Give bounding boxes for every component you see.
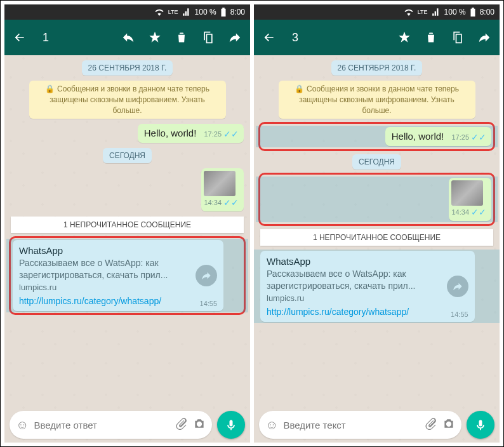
chat-body[interactable]: 26 СЕНТЯБРЯ 2018 Г. 🔒Сообщения и звонки …: [254, 55, 500, 407]
unread-banner: 1 НЕПРОЧИТАННОЕ СООБЩЕНИЕ: [260, 229, 493, 246]
status-bar: LTE 100 % 8:00: [4, 4, 250, 20]
date-chip: 26 СЕНТЯБРЯ 2018 Г.: [82, 60, 173, 76]
status-bar: LTE 100 % 8:00: [254, 4, 500, 20]
link-url[interactable]: http://lumpics.ru/category/whatsapp/: [19, 296, 217, 306]
message-time: 17:25: [204, 130, 222, 138]
copy-button[interactable]: [450, 30, 465, 45]
camera-button[interactable]: [193, 417, 206, 432]
message-row-selected[interactable]: 14:34✓✓: [256, 177, 498, 222]
highlight-annotation: 14:34✓✓: [258, 173, 495, 226]
mic-button[interactable]: [467, 411, 494, 439]
chat-body[interactable]: 26 СЕНТЯБРЯ 2018 Г. 🔒Сообщения и звонки …: [4, 55, 250, 407]
wifi-icon: [404, 8, 414, 16]
link-domain: lumpics.ru: [19, 283, 217, 292]
battery-icon: [470, 8, 476, 17]
link-domain: lumpics.ru: [267, 293, 468, 303]
message-bubble[interactable]: Hello, world! 17:25✓✓: [385, 127, 491, 146]
forward-button[interactable]: [477, 30, 492, 45]
message-time: 17:25: [451, 133, 469, 141]
image-bubble[interactable]: 14:34✓✓: [201, 168, 244, 211]
signal-icon: [182, 8, 191, 16]
action-bar: 1: [4, 20, 250, 55]
delete-button[interactable]: [423, 30, 439, 45]
back-button[interactable]: [12, 30, 27, 45]
image-thumbnail[interactable]: [451, 180, 483, 206]
forward-button[interactable]: [227, 30, 242, 45]
selection-count: 3: [292, 31, 298, 44]
phone-right: LTE 100 % 8:00 3 26 СЕНТЯБРЯ 2018 Г. 🔒Со…: [254, 4, 500, 443]
message-row-selected[interactable]: WhatsApp Рассказываем все о WatsApp: как…: [13, 240, 242, 310]
forward-quick-button[interactable]: [196, 265, 217, 286]
attach-button[interactable]: [425, 417, 437, 432]
lte-label: LTE: [418, 9, 428, 15]
input-bar: ☺: [254, 407, 500, 443]
message-time: 14:55: [200, 300, 218, 307]
message-row-selected[interactable]: Hello, world! 17:25✓✓: [256, 126, 498, 147]
delete-button[interactable]: [174, 30, 189, 45]
star-button[interactable]: [397, 30, 412, 45]
message-time: 14:55: [451, 310, 468, 318]
today-chip: СЕГОДНЯ: [352, 154, 401, 170]
message-row[interactable]: Hello, world! 17:25✓✓: [11, 124, 244, 143]
encryption-notice[interactable]: 🔒Сообщения и звонки в данном чате теперь…: [279, 81, 475, 119]
emoji-button[interactable]: ☺: [265, 418, 278, 432]
read-ticks-icon: ✓✓: [223, 197, 239, 208]
wifi-icon: [154, 8, 164, 16]
encryption-notice[interactable]: 🔒Сообщения и звонки в данном чате теперь…: [29, 81, 226, 119]
emoji-button[interactable]: ☺: [16, 418, 29, 432]
link-bubble[interactable]: WhatsApp Рассказываем все о WatsApp: как…: [260, 251, 475, 321]
image-thumbnail[interactable]: [204, 171, 235, 196]
message-text: Hello, world!: [144, 128, 197, 138]
message-input[interactable]: [34, 420, 170, 430]
attach-button[interactable]: [175, 417, 188, 432]
lock-icon: 🔒: [295, 84, 304, 93]
message-text: Hello, world!: [392, 131, 444, 142]
message-row-selected[interactable]: WhatsApp Рассказываем все о WatsApp: как…: [260, 251, 493, 321]
battery-label: 100 %: [444, 8, 466, 17]
message-row[interactable]: 14:34✓✓: [11, 168, 244, 211]
encryption-text: Сообщения и звонки в данном чате теперь …: [299, 84, 459, 115]
today-chip: СЕГОДНЯ: [103, 148, 152, 163]
selection-count: 1: [43, 31, 49, 44]
reply-button[interactable]: [121, 30, 136, 45]
link-title: WhatsApp: [267, 256, 468, 267]
highlight-annotation: WhatsApp Рассказываем все о WatsApp: как…: [9, 236, 246, 314]
read-ticks-icon: ✓✓: [223, 129, 239, 139]
highlight-annotation: Hello, world! 17:25✓✓: [258, 122, 495, 151]
forward-quick-button[interactable]: [447, 276, 468, 297]
link-title: WhatsApp: [19, 245, 217, 256]
mic-button[interactable]: [217, 411, 245, 439]
time-label: 8:00: [480, 8, 494, 17]
encryption-text: Сообщения и звонки в данном чате теперь …: [50, 84, 209, 115]
read-ticks-icon: ✓✓: [471, 132, 486, 142]
date-chip: 26 СЕНТЯБРЯ 2018 Г.: [331, 60, 423, 76]
action-bar: 3: [254, 20, 500, 55]
link-bubble[interactable]: WhatsApp Рассказываем все о WatsApp: как…: [13, 240, 223, 310]
star-button[interactable]: [147, 30, 162, 45]
read-ticks-icon: ✓✓: [471, 207, 486, 217]
battery-icon: [220, 8, 227, 17]
image-bubble[interactable]: 14:34✓✓: [449, 178, 491, 221]
camera-button[interactable]: [442, 417, 455, 432]
input-box: ☺: [259, 411, 461, 439]
link-description: Рассказываем все о WatsApp: как зарегист…: [267, 268, 468, 291]
message-time: 14:34: [204, 199, 222, 206]
lte-label: LTE: [168, 9, 178, 15]
back-button[interactable]: [262, 30, 277, 45]
input-bar: ☺: [4, 407, 250, 443]
signal-icon: [432, 8, 441, 16]
phone-left: LTE 100 % 8:00 1 26 СЕНТЯБРЯ 2018 Г. 🔒Со…: [4, 4, 250, 443]
message-bubble[interactable]: Hello, world! 17:25✓✓: [138, 124, 244, 143]
message-time: 14:34: [451, 208, 469, 216]
copy-button[interactable]: [201, 30, 216, 45]
battery-label: 100 %: [195, 8, 216, 17]
link-description: Рассказываем все о WatsApp: как зарегист…: [19, 257, 217, 280]
link-url[interactable]: http://lumpics.ru/category/whatsapp/: [267, 307, 468, 317]
input-box: ☺: [10, 411, 212, 439]
lock-icon: 🔒: [45, 84, 55, 93]
message-input[interactable]: [283, 420, 420, 430]
time-label: 8:00: [230, 8, 245, 17]
unread-banner: 1 НЕПРОЧИТАННОЕ СООБЩЕНИЕ: [11, 217, 244, 233]
